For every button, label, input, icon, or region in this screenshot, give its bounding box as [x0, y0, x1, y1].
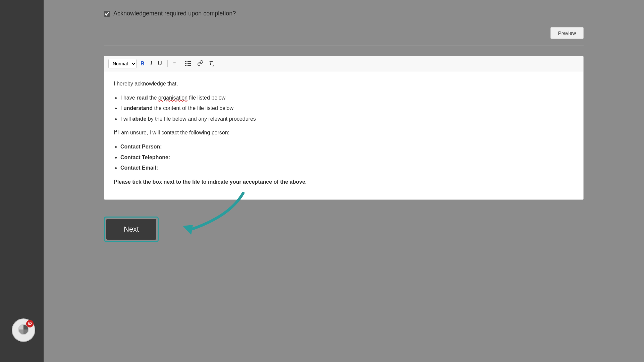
main-content: Acknowledgement required upon completion…: [44, 0, 644, 362]
rich-text-editor: Normal B I U ≡: [104, 56, 584, 200]
unordered-list-button[interactable]: [183, 59, 193, 68]
closing-text: Please tick the box next to the file to …: [114, 178, 574, 186]
arrow-annotation: [156, 190, 250, 243]
bullet-read: I have read the organisation file listed…: [120, 94, 574, 102]
italic-button[interactable]: I: [149, 60, 154, 68]
preview-button[interactable]: Preview: [550, 27, 584, 39]
intro-text: I hereby acknowledge that,: [114, 79, 574, 88]
next-button[interactable]: Next: [106, 219, 156, 240]
clear-format-button[interactable]: Tx: [207, 59, 216, 68]
main-bullet-list: I have read the organisation file listed…: [120, 94, 574, 123]
bottom-section: Next: [104, 217, 584, 242]
toolbar-separator-1: [167, 60, 168, 67]
notification-icon: 82: [17, 323, 30, 337]
style-select[interactable]: Normal: [108, 59, 137, 68]
svg-text:≡: ≡: [173, 60, 176, 66]
sidebar: [0, 0, 44, 362]
next-button-wrapper: Next: [104, 217, 159, 242]
contact-list: Contact Person: Contact Telephone: Conta…: [120, 142, 574, 172]
section-divider: [104, 46, 584, 46]
svg-marker-7: [183, 225, 193, 235]
underline-button[interactable]: U: [156, 60, 164, 68]
editor-toolbar: Normal B I U ≡: [104, 56, 583, 71]
acknowledgement-row: Acknowledgement required upon completion…: [104, 10, 584, 17]
bold-button[interactable]: B: [139, 60, 147, 68]
preview-row: Preview: [104, 27, 584, 39]
acknowledgement-checkbox[interactable]: [104, 11, 110, 17]
organisation-text: organisation: [158, 95, 187, 101]
contact-email: Contact Email:: [120, 164, 574, 172]
link-button[interactable]: [195, 59, 205, 68]
contact-telephone: Contact Telephone:: [120, 153, 574, 162]
notification-badge[interactable]: 82: [12, 318, 35, 342]
bullet-abide: I will abide by the file below and any r…: [120, 115, 574, 123]
editor-content: I hereby acknowledge that, I have read t…: [104, 71, 583, 199]
notification-count: 82: [26, 320, 34, 327]
ordered-list-button[interactable]: ≡: [171, 59, 181, 68]
bullet-understand: I understand the content of the file lis…: [120, 104, 574, 113]
svg-point-5: [185, 65, 186, 66]
svg-point-3: [185, 63, 186, 64]
contact-intro: If I am unsure, I will contact the follo…: [114, 128, 574, 137]
acknowledgement-label: Acknowledgement required upon completion…: [113, 10, 236, 17]
svg-point-1: [185, 61, 186, 62]
contact-person: Contact Person:: [120, 142, 574, 151]
